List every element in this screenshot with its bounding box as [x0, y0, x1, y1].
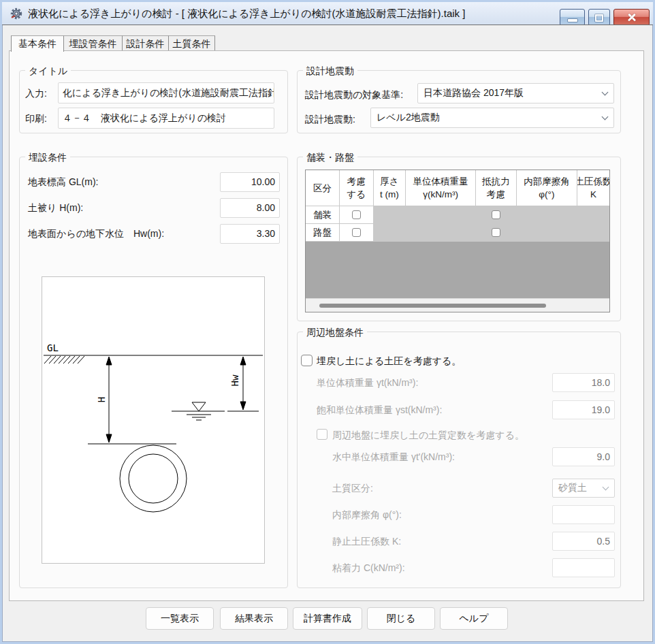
group-title-legend: タイトル — [25, 64, 71, 78]
seismic-motion-value: レベル2地震動 — [377, 112, 440, 124]
titlebar[interactable]: 液状化による浮き上がりの検討 - [ 液状化による浮き上がりの検討(水道施設耐震… — [2, 2, 653, 25]
saturated-unit-weight-label: 飽和単位体積重量 γst(kN/m³): — [317, 403, 442, 417]
group-surrounding-ground: 周辺地盤条件 埋戻し土による土圧を考慮する。 単位体積重量 γt(kN/m³):… — [297, 332, 621, 588]
soil-cover-field[interactable]: 8.00 — [220, 198, 280, 218]
backfill-earth-pressure-checkbox[interactable] — [301, 355, 313, 366]
chevron-down-icon — [602, 114, 609, 120]
chevron-down-icon — [603, 484, 609, 491]
unit-weight-cell — [406, 224, 476, 242]
burial-diagram: GL H Hw — [42, 276, 265, 564]
friction-angle-field[interactable] — [552, 505, 615, 524]
maximize-icon — [595, 14, 603, 22]
tab-buried-pipe-conditions[interactable]: 埋設管条件 — [64, 35, 123, 50]
pavement-resistance-checkbox[interactable] — [492, 210, 500, 219]
col-header-category: 区分 — [306, 170, 340, 206]
row-category-cell: 舗装 — [306, 206, 340, 224]
soil-type-value: 砂質土 — [558, 482, 587, 494]
seismic-standard-select[interactable]: 日本道路協会 2017年版 — [417, 83, 614, 103]
soil-constants-label: 周辺地盤に埋戻し土の土質定数を考慮する。 — [332, 428, 524, 442]
tab-design-conditions[interactable]: 設計条件 — [123, 35, 169, 50]
group-seismic-legend: 設計地震動 — [303, 64, 357, 78]
tab-basic-conditions[interactable]: 基本条件 — [11, 35, 64, 52]
close-dialog-button[interactable]: 閉じる — [367, 607, 435, 630]
unit-weight-label: 単位体積重量 γt(kN/m³): — [317, 376, 418, 389]
unit-weight-field[interactable]: 18.0 — [552, 373, 615, 392]
soil-type-label: 土質区分: — [332, 481, 373, 495]
saturated-unit-weight-field[interactable]: 19.0 — [552, 400, 615, 419]
pavement-consider-checkbox[interactable] — [352, 210, 361, 219]
soil-type-select[interactable]: 砂質土 — [552, 479, 615, 498]
tab-soil-conditions[interactable]: 土質条件 — [169, 35, 215, 50]
group-pavement-legend: 舗装・路盤 — [303, 150, 357, 164]
seismic-motion-label: 設計地震動: — [305, 112, 355, 126]
pipe-inner-circle — [129, 454, 178, 503]
scrollbar-thumb[interactable] — [319, 304, 546, 308]
chevron-down-icon — [602, 89, 609, 96]
create-report-button[interactable]: 計算書作成 — [293, 607, 362, 630]
seismic-standard-value: 日本道路協会 2017年版 — [424, 87, 524, 99]
submerged-unit-weight-label: 水中単位体積重量 γt'(kN/m³): — [332, 450, 455, 464]
app-window: 液状化による浮き上がりの検討 - [ 液状化による浮き上がりの検討(水道施設耐震… — [0, 0, 655, 644]
resistance-cell — [476, 224, 517, 242]
col-header-unit-weight: 単位体積重量γ(kN/m³) — [406, 170, 476, 206]
col-header-consider: 考慮する — [340, 170, 374, 206]
col-header-earth-pressure: 土圧係数K — [577, 170, 609, 206]
input-title-field[interactable]: 化による浮き上がりの検討(水道施設耐震工法指針) — [58, 82, 274, 103]
h-arrow — [106, 357, 112, 442]
roadbed-resistance-checkbox[interactable] — [492, 228, 500, 237]
print-title-field[interactable]: ４－４ 液状化による浮上がりの検討 — [58, 108, 274, 129]
list-view-button[interactable]: 一覧表示 — [146, 607, 214, 630]
submerged-unit-weight-field[interactable]: 9.0 — [552, 447, 615, 466]
window-title: 液状化による浮き上がりの検討 - [ 液状化による浮き上がりの検討(水道施設耐震… — [28, 2, 465, 25]
horizontal-scrollbar[interactable] — [306, 298, 609, 312]
friction-cell — [517, 206, 578, 224]
consider-cell — [340, 224, 374, 242]
seismic-motion-select[interactable]: レベル2地震動 — [370, 108, 614, 128]
minimize-button[interactable] — [560, 9, 585, 26]
earth-pressure-cell — [577, 224, 609, 242]
cohesion-field[interactable] — [552, 558, 615, 577]
cohesion-label: 粘着力 C(kN/m²): — [332, 561, 405, 575]
group-burial-legend: 埋設条件 — [25, 150, 70, 164]
seismic-standard-label: 設計地震動の対象基準: — [305, 88, 403, 101]
hw-label: Hw — [229, 374, 240, 386]
soil-constants-checkbox[interactable] — [317, 429, 328, 440]
results-view-button[interactable]: 結果表示 — [220, 607, 288, 630]
minimize-icon — [568, 19, 577, 22]
unit-weight-cell — [406, 206, 476, 224]
roadbed-consider-checkbox[interactable] — [352, 228, 361, 237]
maximize-button[interactable] — [588, 9, 610, 26]
thickness-cell — [374, 224, 406, 242]
resistance-cell — [476, 206, 517, 224]
hw-arrow — [240, 357, 246, 410]
k-coefficient-field[interactable]: 0.5 — [552, 532, 615, 551]
pavement-table-header-row: 区分 考慮する 厚さt (m) 単位体積重量γ(kN/m³) 抵抗力考慮 内部摩… — [306, 170, 609, 206]
groundwater-level-label: 地表面からの地下水位 Hw(m): — [28, 227, 164, 240]
row-category-cell: 路盤 — [306, 224, 340, 242]
groundwater-level-field[interactable]: 3.30 — [220, 224, 280, 244]
group-seismic: 設計地震動 設計地震動の対象基準: 日本道路協会 2017年版 設計地震動: レ… — [297, 70, 621, 133]
friction-cell — [517, 224, 578, 242]
water-table-symbol — [172, 402, 225, 420]
col-header-resistance: 抵抗力考慮 — [476, 170, 517, 206]
thickness-cell — [374, 206, 406, 224]
group-surrounding-ground-legend: 周辺地盤条件 — [303, 325, 367, 339]
group-title: タイトル 入力: 化による浮き上がりの検討(水道施設耐震工法指針) 印刷: ４－… — [19, 70, 288, 133]
soil-cover-label: 土被り H(m): — [28, 201, 83, 214]
print-title-label: 印刷: — [25, 112, 47, 125]
help-button[interactable]: ヘルプ — [440, 607, 508, 630]
close-icon — [626, 12, 637, 23]
gear-icon — [10, 7, 23, 20]
earth-pressure-cell — [577, 206, 609, 224]
friction-angle-label: 内部摩擦角 φ(°): — [332, 508, 402, 521]
ground-elevation-label: 地表標高 GL(m): — [28, 175, 98, 189]
col-header-thickness: 厚さt (m) — [374, 170, 406, 206]
pavement-table: 区分 考慮する 厚さt (m) 単位体積重量γ(kN/m³) 抵抗力考慮 内部摩… — [305, 170, 610, 312]
pipe-outer-circle — [120, 445, 187, 512]
table-row-pavement: 舗装 — [306, 206, 609, 224]
close-button[interactable] — [613, 9, 650, 26]
ground-hatch — [44, 356, 84, 364]
h-label: H — [96, 397, 107, 402]
ground-elevation-field[interactable]: 10.00 — [220, 172, 280, 192]
input-title-label: 入力: — [25, 86, 47, 100]
